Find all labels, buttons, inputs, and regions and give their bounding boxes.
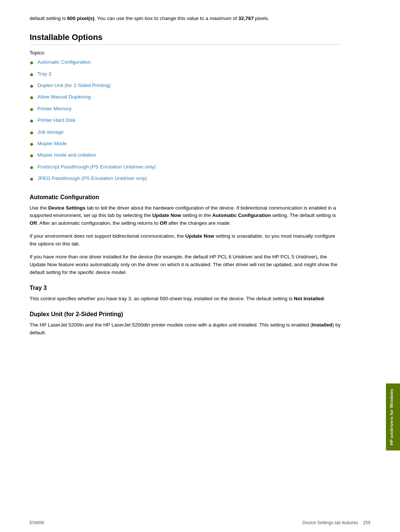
list-item: ●Mopier Mode bbox=[30, 141, 341, 148]
intro-paragraph: default setting is 600 pixel(s). You can… bbox=[30, 15, 341, 22]
footer-left: ENWW bbox=[30, 520, 200, 525]
bullet-icon: ● bbox=[30, 140, 34, 148]
list-item: ●Allow Manual Duplexing bbox=[30, 94, 341, 102]
tray3-heading: Tray 3 bbox=[30, 285, 341, 291]
installable-options-heading: Installable Options bbox=[30, 33, 341, 45]
bullet-icon: ● bbox=[30, 175, 34, 183]
bullet-icon: ● bbox=[30, 151, 34, 160]
duplex-section: Duplex Unit (for 2-Sided Printing) The H… bbox=[30, 311, 341, 337]
topics-label: Topics: bbox=[30, 50, 341, 56]
footer-page-number: 259 bbox=[363, 520, 370, 525]
list-item: ●Mopier mode and collation bbox=[30, 152, 341, 160]
auto-config-para2: If your environment does not support bid… bbox=[30, 232, 341, 248]
topic-link[interactable]: Postscript Passthrough (PS Emulation Uni… bbox=[37, 164, 156, 170]
list-item: ●Tray 3 bbox=[30, 71, 341, 79]
bullet-icon: ● bbox=[30, 70, 34, 79]
bullet-icon: ● bbox=[30, 117, 34, 125]
auto-config-section: Automatic Configuration Use the Device S… bbox=[30, 194, 341, 277]
intro-text-before: default setting is bbox=[30, 16, 67, 21]
auto-config-para1: Use the Device Settings tab to tell the … bbox=[30, 204, 341, 228]
topic-link[interactable]: Printer Memory bbox=[37, 106, 71, 111]
topic-link[interactable]: Mopier Mode bbox=[37, 141, 67, 146]
intro-text-middle: . You can use the spin box to change thi… bbox=[94, 16, 239, 21]
list-item: ●Printer Hard Disk bbox=[30, 117, 341, 125]
tray3-para: This control specifies whether you have … bbox=[30, 295, 341, 303]
side-tab: HP unidrivers for Windows bbox=[386, 384, 400, 451]
topic-link[interactable]: Mopier mode and collation bbox=[37, 152, 96, 158]
bullet-icon: ● bbox=[30, 163, 34, 172]
footer-right: Device Settings tab features 259 bbox=[200, 520, 370, 525]
bullet-icon: ● bbox=[30, 128, 34, 137]
duplex-para: The HP LaserJet 5200tn and the HP LaserJ… bbox=[30, 321, 341, 337]
bullet-icon: ● bbox=[30, 93, 34, 102]
list-item: ●Job storage bbox=[30, 129, 341, 137]
intro-bold1: 600 pixel(s) bbox=[67, 16, 94, 21]
intro-text-after: pixels. bbox=[254, 16, 269, 21]
list-item: ●Duplex Unit (for 2-Sided Printing) bbox=[30, 83, 341, 90]
intro-bold2: 32,767 bbox=[239, 16, 254, 21]
topic-link[interactable]: Automatic Configuration bbox=[37, 59, 91, 65]
side-tab-text: HP unidrivers for Windows bbox=[389, 389, 394, 445]
topic-link[interactable]: JPEG Passthrough (PS Emulation Unidriver… bbox=[37, 175, 147, 181]
footer-right-label: Device Settings tab features bbox=[303, 520, 358, 525]
topic-link[interactable]: Printer Hard Disk bbox=[37, 117, 76, 123]
tray3-section: Tray 3 This control specifies whether yo… bbox=[30, 285, 341, 303]
list-item: ●Printer Memory bbox=[30, 106, 341, 114]
list-item: ●Automatic Configuration bbox=[30, 59, 341, 67]
topic-link[interactable]: Duplex Unit (for 2-Sided Printing) bbox=[37, 83, 111, 88]
topic-link[interactable]: Job storage bbox=[37, 129, 64, 135]
topic-link[interactable]: Tray 3 bbox=[37, 71, 51, 77]
bullet-icon: ● bbox=[30, 82, 34, 90]
duplex-heading: Duplex Unit (for 2-Sided Printing) bbox=[30, 311, 341, 318]
auto-config-para3: If you have more than one driver install… bbox=[30, 253, 341, 277]
bullet-icon: ● bbox=[30, 58, 34, 67]
auto-config-heading: Automatic Configuration bbox=[30, 194, 341, 201]
list-item: ●JPEG Passthrough (PS Emulation Unidrive… bbox=[30, 175, 341, 183]
topics-list: ●Automatic Configuration●Tray 3●Duplex U… bbox=[30, 59, 341, 183]
topic-link[interactable]: Allow Manual Duplexing bbox=[37, 94, 91, 100]
bullet-icon: ● bbox=[30, 105, 34, 114]
footer: ENWW Device Settings tab features 259 bbox=[0, 516, 400, 532]
list-item: ●Postscript Passthrough (PS Emulation Un… bbox=[30, 164, 341, 172]
